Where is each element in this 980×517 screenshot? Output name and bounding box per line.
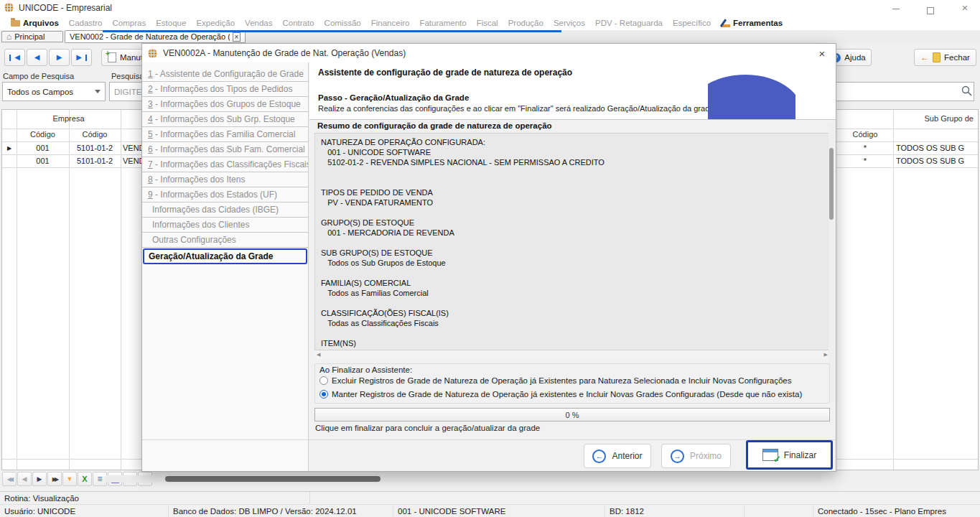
wizard-title: Assistente de configuração de grade de n… [318,67,572,78]
col-header-codigo-empresa[interactable]: Código [17,130,69,139]
exit-arrow-icon: ← [920,52,929,62]
wizard-step-title: Passo - Geração/Atualização da Grade [318,93,469,102]
step-outras[interactable]: Outras Configurações [142,233,308,248]
nav-next-button[interactable]: ▶ [49,49,70,66]
dialog-close-button[interactable]: × [808,44,836,62]
status-spacer [310,492,980,504]
step-2[interactable]: 2 - Informações dos Tipos de Pedidos [142,82,308,97]
nav-last-button[interactable]: ▶ [71,49,92,66]
summary-v-scrollbar-thumb[interactable] [829,148,834,220]
grid-line [893,110,894,470]
progress-bar: 0 % [314,408,830,421]
radio-excluir[interactable]: Excluir Registros de Grade de Natureza d… [319,376,792,385]
step-cidades[interactable]: Informações das Cidades (IBGE) [142,202,308,218]
menu-contrato[interactable]: Contrato [277,19,319,27]
menu-comissao[interactable]: Comissão [319,19,366,27]
step-5[interactable]: 5 - Informações das Familia Comercial [142,127,308,142]
pesquisa-label: Pesquisa [111,72,144,80]
app-icon [4,3,14,12]
exit-door-icon [933,52,941,62]
minimize-button[interactable] [882,0,910,16]
wizard-dialog: VEN0002A - Manutenção de Grade de Nat. O… [141,43,836,472]
finalizar-button[interactable]: ✓ Finalizar [746,440,833,470]
finish-window-icon: ✓ [762,449,778,461]
cell[interactable]: 5101-01-2 [69,157,121,165]
nav-first-button[interactable]: ◀ [4,49,25,66]
col-header-codigo-right[interactable]: Código [837,130,893,139]
menu-faturamento[interactable]: Faturamento [414,19,471,27]
menu-servicos[interactable]: Serviços [549,19,590,27]
menu-ferramentas[interactable]: Ferramentas [716,19,788,27]
cell[interactable]: * [837,157,893,165]
chevron-down-icon [95,90,101,93]
menu-pdv-retaguarda[interactable]: PDV - Retaguarda [590,19,668,27]
step-7[interactable]: 7 - Informações das Classificações Fisca… [142,157,308,172]
step-6[interactable]: 6 - Informações das Sub Fam. Comercial [142,142,308,157]
nav-last-icon: ▶ [76,54,82,61]
h-scrollbar-thumb[interactable] [165,476,381,482]
summary-h-scrollbar[interactable]: ◀ ▶ [314,350,830,359]
step-clientes[interactable]: Informações dos Clientes [142,218,308,233]
campo-pesquisa-select[interactable]: Todos os Campos [2,82,106,101]
export-excel-icon[interactable]: X [78,472,92,486]
status-rotina: Rotina: Visualização [0,492,310,504]
cell[interactable]: * [837,144,893,152]
pager-first-button[interactable]: ◀◀ [2,472,17,486]
step-1[interactable]: 1 - Assistente de Configuração de Grade [142,67,308,82]
proximo-button[interactable]: → Próximo [661,444,731,468]
step-geracao-active[interactable]: Geração/Atualização da Grade [143,248,307,264]
nav-prev-button[interactable]: ◀ [27,49,47,66]
close-icon: × [819,47,826,60]
menu-producao[interactable]: Produção [503,19,549,27]
search-icon[interactable] [961,85,973,97]
filter-funnel-icon[interactable]: ▼ [62,472,77,486]
step-3[interactable]: 3 - Informações dos Grupos de Estoque [142,97,308,112]
radio-unselected-icon[interactable] [319,376,328,385]
radio-selected-icon[interactable] [319,390,328,399]
menu-estoque[interactable]: Estoque [151,19,191,27]
cell[interactable]: 5101-01-2 [69,144,121,152]
menu-fiscal[interactable]: Fiscal [472,19,503,27]
step-8[interactable]: 8 - Informações dos Itens [142,172,308,187]
finish-options-group: Ao Finalizar o Assistente: Excluir Regis… [314,363,830,404]
cell[interactable]: TODOS OS SUB G [896,157,976,165]
col-header-codigo[interactable]: Código [69,130,121,139]
cell[interactable]: 001 [17,144,69,152]
pager-next-button[interactable]: ▶ [32,472,47,486]
summary-box[interactable]: NATUREZA DE OPERAÇÃO CONFIGURADA: 001 - … [314,133,830,350]
menu-especifico[interactable]: Específico [668,19,716,27]
menu-vendas[interactable]: Vendas [240,19,277,27]
close-button[interactable]: × [951,0,979,16]
anterior-button[interactable]: ← Anterior [584,444,651,468]
dialog-icon [148,49,157,58]
cell[interactable]: VENDA [123,157,143,165]
wizard-header: Assistente de configuração de grade de n… [309,62,836,120]
pager-last-button[interactable]: ▶▶ [47,472,62,486]
cell[interactable]: VENDA [123,144,143,152]
step-4[interactable]: 4 - Informações dos Sub Grp. Estoque [142,112,308,127]
tabstrip: ⌂ Principal VEN0002 - Grade de Natureza … [0,30,980,43]
pie-dome-shape [708,75,795,120]
window-title: UNICODE - Empresarial [19,3,112,13]
tab-principal[interactable]: ⌂ Principal [1,31,63,42]
menu-compras[interactable]: Compras [108,19,151,27]
radio-manter[interactable]: Manter Registros de Grade de Natureza de… [319,390,802,399]
scroll-right-icon[interactable]: ▶ [824,352,828,358]
current-row-marker-icon: ▶ [7,145,11,152]
menu-financeiro[interactable]: Financeiro [366,19,415,27]
campo-pesquisa-label: Campo de Pesquisa [3,72,74,80]
pager-prev-button[interactable]: ◀ [17,472,32,486]
home-icon: ⌂ [6,33,11,40]
cell[interactable]: TODOS OS SUB G [896,144,976,152]
wizard-step-desc: Realize a conferencias das configurações… [318,104,714,113]
menu-expedicao[interactable]: Expedição [191,19,240,27]
step-9[interactable]: 9 - Informações dos Estados (UF) [142,187,308,202]
tab-close-icon[interactable]: × [233,32,241,42]
grid-line [121,110,121,470]
menu-cadastro[interactable]: Cadastro [64,19,108,27]
scroll-left-icon[interactable]: ◀ [317,352,320,358]
cell[interactable]: 001 [17,157,69,165]
arrow-right-circle-icon: → [671,450,684,463]
menu-arquivos[interactable]: Arquivos [6,19,64,27]
fechar-button[interactable]: ← Fechar [914,49,976,66]
